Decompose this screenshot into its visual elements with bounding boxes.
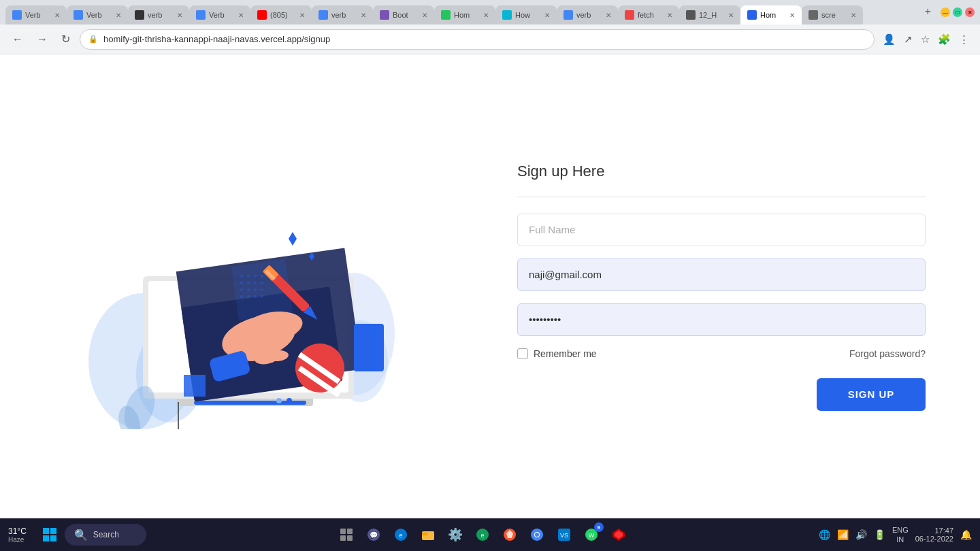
menu-icon[interactable]: ⋮ <box>956 31 972 48</box>
tab-close-icon[interactable]: ✕ <box>361 12 366 19</box>
forgot-password-link[interactable]: Forgot password? <box>849 348 926 359</box>
vscode-icon[interactable]: VS <box>553 524 575 546</box>
windows-logo-icon <box>42 527 57 542</box>
browser-tab-t12[interactable]: 12_H ✕ <box>679 5 740 24</box>
tab-close-icon[interactable]: ✕ <box>483 12 489 19</box>
tab-close-icon[interactable]: ✕ <box>177 12 182 19</box>
tab-favicon <box>808 10 818 20</box>
svg-point-33 <box>254 295 257 298</box>
close-button[interactable]: ✕ <box>965 7 975 17</box>
tab-close-icon[interactable]: ✕ <box>116 12 121 19</box>
remember-checkbox[interactable] <box>517 348 528 359</box>
tab-favicon <box>196 10 206 20</box>
browser-tab-t11[interactable]: fetch ✕ <box>618 5 679 24</box>
notification-icon[interactable]: 🔔 <box>960 529 972 540</box>
svg-point-10 <box>287 398 292 403</box>
back-button[interactable]: ← <box>8 31 27 48</box>
tab-close-icon[interactable]: ✕ <box>238 12 244 19</box>
weather-temp: 31°C <box>8 527 27 536</box>
browser-tab-t1[interactable]: Verb ✕ <box>5 5 67 24</box>
taskbar-app-icons: 💬 e ⚙️ e <box>150 524 815 546</box>
ruby-icon[interactable] <box>608 524 630 546</box>
svg-point-24 <box>247 282 250 284</box>
bookmark-icon[interactable]: ☆ <box>918 31 932 48</box>
tab-label: 12_H <box>699 11 725 19</box>
browser-tab-t8[interactable]: Hom ✕ <box>434 5 495 24</box>
form-divider <box>517 197 926 197</box>
volume-icon[interactable]: 🔊 <box>855 529 867 540</box>
new-tab-button[interactable]: + <box>921 5 935 18</box>
tab-favicon <box>441 10 451 20</box>
tab-close-icon[interactable]: ✕ <box>667 12 672 19</box>
svg-rect-67 <box>422 531 434 540</box>
browser-tab-t10[interactable]: verb ✕ <box>557 5 618 24</box>
full-name-input[interactable] <box>517 214 926 246</box>
tab-close-icon[interactable]: ✕ <box>422 12 427 19</box>
browser-tab-t2[interactable]: Verb ✕ <box>67 5 128 24</box>
svg-rect-56 <box>50 528 56 534</box>
browser-tab-t4[interactable]: Verb ✕ <box>189 5 250 24</box>
title-bar: Verb ✕ Verb ✕ verb ✕ Verb ✕ (805) ✕ verb… <box>0 0 980 24</box>
brave-icon[interactable] <box>499 524 521 546</box>
taskbar-weather: 31°C Haze <box>8 527 27 544</box>
address-text: homify-git-thrisha-kannappi-naaji-navas.… <box>103 34 866 44</box>
forward-button[interactable]: → <box>33 31 52 48</box>
browser-tab-t6[interactable]: verb ✕ <box>312 5 373 24</box>
svg-point-19 <box>240 275 243 278</box>
svg-point-28 <box>247 288 250 291</box>
tab-favicon <box>257 10 267 20</box>
address-bar[interactable]: 🔒 homify-git-thrisha-kannappi-naaji-nava… <box>80 29 875 50</box>
edge-icon[interactable]: e <box>390 524 412 546</box>
svg-point-22 <box>261 275 263 278</box>
browser-tab-t13[interactable]: Hom ✕ <box>740 5 802 24</box>
signup-button[interactable]: SIGN UP <box>817 378 926 411</box>
tab-label: Hom <box>760 11 786 19</box>
battery-icon[interactable]: 🔋 <box>874 529 885 540</box>
share-icon[interactable]: ↗ <box>901 31 915 48</box>
tab-close-icon[interactable]: ✕ <box>789 12 795 19</box>
time-display: 17:47 <box>915 527 953 535</box>
tab-label: Verb <box>209 11 235 19</box>
tab-close-icon[interactable]: ✕ <box>851 12 856 19</box>
minimize-button[interactable]: — <box>941 7 950 17</box>
browser-tab-t7[interactable]: Boot ✕ <box>373 5 434 24</box>
password-input[interactable] <box>517 303 926 336</box>
edge2-icon[interactable]: e <box>472 524 493 546</box>
file-explorer-icon[interactable] <box>417 524 439 546</box>
tab-favicon <box>380 10 389 20</box>
browser-tab-t5[interactable]: (805) ✕ <box>250 5 312 24</box>
whatsapp-icon[interactable]: W 9 <box>581 524 602 546</box>
form-options-row: Remember me Forgot password? <box>517 348 926 359</box>
search-label: Search <box>93 530 119 539</box>
network-icon[interactable]: 🌐 <box>819 529 830 540</box>
full-name-group <box>517 214 926 246</box>
tab-favicon <box>135 10 144 20</box>
tab-close-icon[interactable]: ✕ <box>299 12 305 19</box>
tab-close-icon[interactable]: ✕ <box>544 12 550 19</box>
reload-button[interactable]: ↻ <box>57 30 74 48</box>
settings-icon[interactable]: ⚙️ <box>444 524 466 546</box>
maximize-button[interactable]: □ <box>953 7 962 17</box>
tab-favicon <box>318 10 328 20</box>
chat-icon[interactable]: 💬 <box>363 524 385 546</box>
tab-close-icon[interactable]: ✕ <box>606 12 611 19</box>
date-display: 06-12-2022 <box>915 535 953 543</box>
profile-icon[interactable]: 👤 <box>880 31 898 48</box>
svg-rect-59 <box>340 529 346 534</box>
tab-close-icon[interactable]: ✕ <box>728 12 734 19</box>
browser-tab-t14[interactable]: scre ✕ <box>802 5 863 24</box>
browser-tab-t3[interactable]: verb ✕ <box>128 5 189 24</box>
illustration-side <box>0 116 463 456</box>
start-button[interactable] <box>39 524 61 546</box>
chrome-icon[interactable] <box>526 524 548 546</box>
extension-icon[interactable]: 🧩 <box>935 31 953 48</box>
email-input[interactable] <box>517 258 926 291</box>
taskview-icon[interactable] <box>336 524 357 546</box>
wifi-icon[interactable]: 📶 <box>837 529 849 540</box>
taskbar-search[interactable]: 🔍 Search <box>65 524 146 546</box>
browser-tab-t9[interactable]: How ✕ <box>495 5 557 24</box>
svg-marker-46 <box>289 232 297 246</box>
tab-favicon <box>502 10 512 20</box>
tab-close-icon[interactable]: ✕ <box>54 12 60 19</box>
svg-point-25 <box>254 282 257 284</box>
